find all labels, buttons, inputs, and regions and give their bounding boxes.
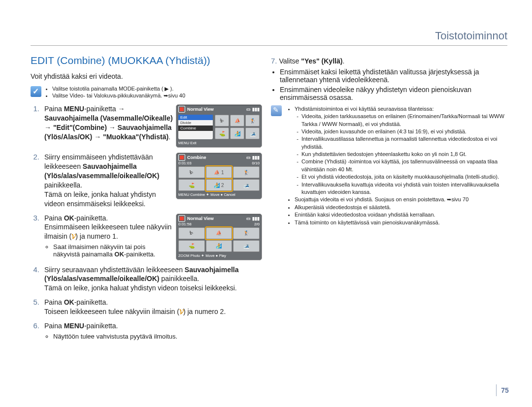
note-extra: Enintään kaksi videotiedostoa voidaan yh… [295, 211, 507, 219]
screen-normal-view-1: Normal View▭ ▮▮▮ Edit Divide Combine ⛷⛵🏌… [176, 104, 262, 148]
step-text: Paina OK-painiketta.Toiseen leikkeeseen … [44, 298, 262, 316]
precheck-box: Valitse toistotila painamalla MODE-paini… [31, 85, 262, 100]
step-3: Normal View▭ ▮▮▮ 0:01:582/0 ⛷⛵🏌⛳🏄🎿 ZOOM … [31, 214, 262, 260]
page-heading: EDIT (Combine) (MUOKKAA (Yhdistä)) [31, 55, 262, 66]
step-7-bullets: Ensimmäiset kaksi leikettä yhdistetään v… [271, 68, 507, 101]
screen-normal-view-2: Normal View▭ ▮▮▮ 0:01:582/0 ⛷⛵🏌⛳🏄🎿 ZOOM … [176, 214, 262, 260]
step-1: Normal View▭ ▮▮▮ Edit Divide Combine ⛷⛵🏌… [31, 104, 262, 148]
section-title: Toistotoiminnot [31, 30, 507, 42]
step-text: Siirry seuraavaan yhdistettävään leikkee… [44, 265, 262, 293]
rule [31, 45, 507, 46]
step-5: Paina OK-painiketta.Toiseen leikkeeseen … [31, 298, 262, 316]
screen-combine: Combine▭ ▮▮▮ 0:01:030/10 ⛷⛵ 1🏌⛳🏄 2🎿 MENU… [176, 153, 262, 199]
note-lead: Yhdistämistoimintoa ei voi käyttää seura… [295, 105, 507, 196]
steps-list: Normal View▭ ▮▮▮ Edit Divide Combine ⛷⛵🏌… [31, 104, 262, 342]
step-6: Paina MENU-painiketta. Näyttöön tulee va… [31, 321, 262, 342]
precheck-item: Valitse toistotila painamalla MODE-paini… [52, 85, 185, 93]
step-text: Paina MENU-painiketta. [44, 321, 262, 331]
note-icon [271, 105, 282, 116]
note-extra: Tämä toiminto on käytettävissä vain pien… [295, 219, 507, 226]
intro-text: Voit yhdistää kaksi eri videota. [31, 72, 262, 81]
step-6-note: Näyttöön tulee vahvistusta pyytävä ilmoi… [44, 333, 262, 340]
checkmark-icon [31, 86, 41, 97]
step-2: Combine▭ ▮▮▮ 0:01:030/10 ⛷⛵ 1🏌⛳🏄 2🎿 MENU… [31, 153, 262, 208]
step-4: Siirry seuraavaan yhdistettävään leikkee… [31, 265, 262, 293]
precheck-item: Valitse Video- tai Valokuva-pikkukuvanäk… [52, 92, 185, 99]
note-extra: Suojattuja videoita ei voi yhdistä. Suoj… [295, 196, 507, 203]
step-7: 7. Valitse "Yes" (Kyllä). [271, 57, 507, 66]
note-extra: Alkuperäisiä videotiedostoja ei säästetä… [295, 204, 507, 211]
page-number: 75 [496, 384, 513, 396]
note-box: Yhdistämistoimintoa ei voi käyttää seura… [271, 105, 507, 226]
precheck-list: Valitse toistotila painamalla MODE-paini… [45, 85, 185, 100]
note-restrictions: Videoita, joiden tarkkuusasetus on erila… [295, 113, 507, 196]
